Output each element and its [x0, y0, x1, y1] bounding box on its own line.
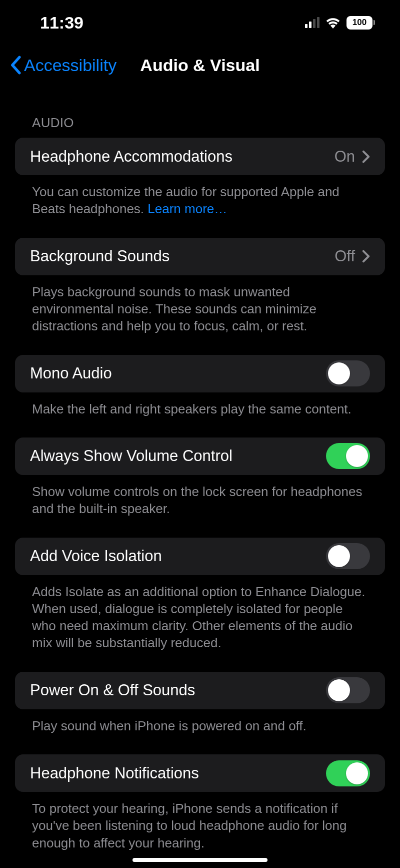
- status-bar: 11:39 100: [0, 0, 400, 45]
- headphone-notifications-toggle[interactable]: [326, 760, 370, 786]
- chevron-right-icon: [362, 250, 370, 263]
- chevron-left-icon: [10, 56, 21, 75]
- row-label: Add Voice Isolation: [30, 547, 162, 565]
- nav-bar: Accessibility Audio & Visual: [0, 45, 400, 85]
- status-time: 11:39: [40, 13, 84, 33]
- row-label: Power On & Off Sounds: [30, 681, 195, 699]
- learn-more-link[interactable]: Learn more…: [148, 201, 227, 216]
- battery-icon: 100: [346, 16, 375, 30]
- home-indicator[interactable]: [132, 858, 268, 862]
- row-footer: Show volume controls on the lock screen …: [15, 483, 385, 538]
- row-footer: Play sound when iPhone is powered on and…: [15, 717, 385, 754]
- row-value: Off: [334, 247, 355, 265]
- back-label: Accessibility: [24, 56, 116, 75]
- row-label: Mono Audio: [30, 364, 112, 382]
- row-power-sounds: Power On & Off Sounds: [15, 672, 385, 709]
- battery-level: 100: [352, 18, 366, 28]
- row-label: Background Sounds: [30, 247, 170, 265]
- row-footer: Make the left and right speakers play th…: [15, 400, 385, 438]
- status-right: 100: [305, 16, 375, 30]
- back-button[interactable]: Accessibility: [10, 56, 116, 75]
- row-label: Headphone Accommodations: [30, 148, 232, 166]
- row-voice-isolation: Add Voice Isolation: [15, 538, 385, 575]
- row-background-sounds[interactable]: Background Sounds Off: [15, 238, 385, 275]
- power-sounds-toggle[interactable]: [326, 677, 370, 703]
- volume-control-toggle[interactable]: [326, 443, 370, 469]
- row-label: Always Show Volume Control: [30, 447, 232, 465]
- row-footer: You can customize the audio for supporte…: [15, 183, 385, 238]
- voice-isolation-toggle[interactable]: [326, 543, 370, 569]
- section-header-audio: AUDIO: [15, 110, 385, 138]
- row-footer: Plays background sounds to mask unwanted…: [15, 283, 385, 355]
- cellular-icon: [305, 17, 320, 28]
- mono-audio-toggle[interactable]: [326, 360, 370, 386]
- page-title: Audio & Visual: [140, 56, 260, 75]
- row-footer: Adds Isolate as an additional option to …: [15, 583, 385, 672]
- row-value: On: [334, 148, 355, 166]
- chevron-right-icon: [362, 150, 370, 163]
- row-label: Headphone Notifications: [30, 764, 199, 782]
- row-volume-control: Always Show Volume Control: [15, 438, 385, 475]
- row-mono-audio: Mono Audio: [15, 355, 385, 392]
- row-headphone-notifications: Headphone Notifications: [15, 754, 385, 792]
- row-headphone-accommodations[interactable]: Headphone Accommodations On: [15, 138, 385, 175]
- wifi-icon: [324, 17, 342, 29]
